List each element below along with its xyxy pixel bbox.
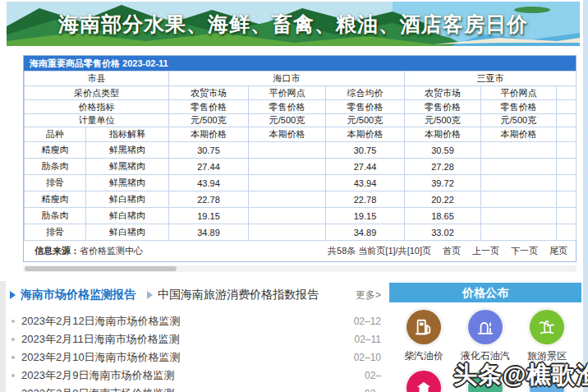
board-item-lpg[interactable]: 液化石油汽 — [456, 310, 515, 363]
palm-trees-icon — [530, 310, 564, 344]
watermark: 头条@樵歌渔唱 — [453, 359, 588, 392]
table-row-column-header: 品种 指标解释 本期价格 本期价格 本期价格 本期价格 本期价格 — [25, 127, 577, 142]
price-index-cell: 零售价格 — [249, 100, 326, 114]
unit-label: 计量单位 — [25, 114, 169, 127]
pagination-summary: 共58条 当前页[1]/共[10]页 — [328, 245, 431, 257]
banner-title: 海南部分水果、海鲜、畜禽、粮油、酒店客房日价 — [7, 2, 580, 46]
price-index-label: 价格指标 — [25, 100, 169, 114]
unit-cell: 元/500克 — [249, 114, 326, 127]
price-header: 本期价格 — [169, 127, 249, 142]
table-row: 精瘦肉 鲜白猪肉 22.78 22.78 20.22 — [25, 191, 577, 208]
gas-tank-icon — [468, 310, 503, 344]
price-header: 本期价格 — [326, 127, 405, 142]
reports-tabbar: 海南市场价格监测报告 中国海南旅游消费价格指数报告 更多> — [10, 284, 381, 306]
arrow-right-icon — [147, 291, 153, 299]
bullet-dot-icon — [11, 356, 15, 359]
price-table: 市县 海口市 三亚市 采价点类型 农贸市场 平价网点 综合均价 农贸市场 平价网… — [24, 71, 577, 241]
house-icon — [407, 371, 441, 392]
bullet-dot-icon — [11, 320, 15, 323]
board-item-housing[interactable] — [394, 371, 453, 392]
horizontal-scrollbar-thumb[interactable] — [25, 266, 177, 271]
table-row: 肋条肉 鲜白猪肉 19.15 19.15 18.65 — [25, 208, 577, 224]
table-footer: 信息来源：省价格监测中心 共58条 当前页[1]/共[10]页 首页 上一页 下… — [24, 241, 576, 261]
vertical-scrollbar[interactable] — [0, 281, 6, 392]
variety-header: 品种 — [25, 127, 86, 142]
arrow-right-icon — [10, 291, 16, 299]
list-item[interactable]: 2023年2月10日海南市场价格监测 02–10 — [10, 348, 381, 367]
prev-page-link[interactable]: 上一页 — [472, 245, 499, 257]
point-type-cell: 综合均价 — [326, 86, 405, 100]
table-row-region: 市县 海口市 三亚市 — [25, 71, 577, 86]
first-page-link[interactable]: 首页 — [443, 245, 461, 257]
banner: 海南部分水果、海鲜、畜禽、粮油、酒店客房日价 — [7, 2, 580, 46]
price-index-cell: 零售价格 — [405, 100, 481, 114]
region-haikou: 海口市 — [169, 71, 405, 86]
point-type-cell: 农贸市场 — [405, 86, 481, 100]
list-item[interactable]: 2023年2月11日海南市场价格监测 02–11 — [10, 330, 381, 348]
region-row-label: 市县 — [25, 71, 169, 86]
point-type-cell: 平价网点 — [249, 86, 326, 100]
region-sanya: 三亚市 — [405, 71, 577, 86]
table-title-bar: 海南重要商品零售价格 2023-02-11 — [24, 56, 576, 71]
info-source-label: 信息来源： — [34, 246, 80, 256]
more-link[interactable]: 更多> — [356, 288, 381, 302]
price-header: 本期价格 — [249, 127, 326, 142]
board-item-scenic[interactable]: 旅游景区 — [517, 310, 577, 363]
unit-cell: 元/500克 — [169, 114, 249, 127]
table-row-point-type: 采价点类型 农贸市场 平价网点 综合均价 农贸市场 平价网点 — [25, 86, 577, 100]
table-row-unit: 计量单位 元/500克 元/500克 元/500克 元/500克 元/500克 — [25, 114, 577, 127]
unit-cell: 元/500克 — [481, 114, 557, 127]
unit-cell: 元/500克 — [326, 114, 405, 127]
right-edge-strip — [583, 0, 588, 392]
point-type-cell: 农贸市场 — [169, 86, 249, 100]
price-board-header: 价格公布 — [389, 283, 581, 302]
point-type-cell: 平价网点 — [481, 86, 557, 100]
price-index-cell: 零售价格 — [481, 100, 557, 114]
table-row: 精瘦肉 鲜黑猪肉 30.75 30.75 30.59 — [25, 142, 577, 159]
price-table-panel: 海南重要商品零售价格 2023-02-11 市县 海口市 三亚市 采价点类型 农… — [23, 55, 577, 262]
price-header: 本期价格 — [405, 127, 481, 142]
next-page-link[interactable]: 下一页 — [511, 245, 538, 257]
bullet-dot-icon — [11, 338, 15, 341]
unit-cell: 元/500克 — [405, 114, 481, 127]
table-row: 排骨 鲜黑猪肉 43.94 43.94 39.72 — [25, 175, 577, 191]
price-header: 本期价格 — [481, 127, 557, 142]
tab-tourism-price-index-report[interactable]: 中国海南旅游消费价格指数报告 — [147, 288, 319, 302]
fuel-pump-icon — [407, 310, 441, 344]
list-item[interactable]: 2023年2月8日海南市场价格监测 02– — [10, 385, 381, 392]
table-row: 肋条肉 鲜黑猪肉 27.44 27.44 27.28 — [25, 159, 577, 175]
price-board-row-1: 柴汽油价 液化石油汽 — [389, 310, 581, 363]
report-list: 2023年2月12日海南市场价格监测 02–12 2023年2月11日海南市场价… — [10, 312, 381, 392]
horizontal-scrollbar[interactable] — [23, 265, 577, 272]
board-item-fuel[interactable]: 柴汽油价 — [394, 310, 453, 363]
price-index-cell: 零售价格 — [169, 100, 249, 114]
pagination: 共58条 当前页[1]/共[10]页 首页 上一页 下一页 尾页 — [328, 245, 567, 257]
list-item[interactable]: 2023年2月9日海南市场价格监测 02– — [10, 367, 381, 385]
price-index-cell: 零售价格 — [326, 100, 405, 114]
info-source: 信息来源：省价格监测中心 — [34, 245, 143, 257]
tab-market-price-report[interactable]: 海南市场价格监测报告 — [10, 288, 136, 302]
reports-panel: 海南市场价格监测报告 中国海南旅游消费价格指数报告 更多> 2023年2月12日… — [10, 284, 381, 392]
bullet-dot-icon — [11, 374, 15, 377]
info-source-value: 省价格监测中心 — [80, 246, 143, 256]
table-row-price-index: 价格指标 零售价格 零售价格 零售价格 零售价格 零售价格 — [25, 100, 577, 114]
point-type-label: 采价点类型 — [25, 86, 169, 100]
list-item[interactable]: 2023年2月12日海南市场价格监测 02–12 — [10, 312, 381, 330]
table-row: 排骨 鲜白猪肉 34.89 34.89 33.02 — [25, 224, 577, 241]
explain-header: 指标解释 — [86, 127, 169, 142]
last-page-link[interactable]: 尾页 — [549, 245, 567, 257]
page: 海南部分水果、海鲜、畜禽、粮油、酒店客房日价 海南重要商品零售价格 2023-0… — [0, 0, 588, 392]
